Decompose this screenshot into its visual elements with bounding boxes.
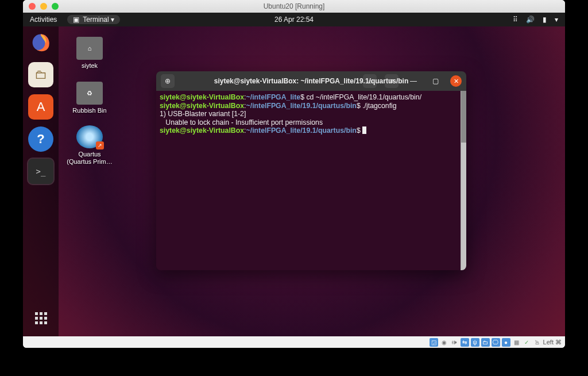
vm-window: Ubuntu20 [Running] Activities ▣ Terminal… — [23, 0, 565, 348]
terminal-search-button[interactable]: ⌕ — [363, 74, 377, 88]
mac-window-title: Ubuntu20 [Running] — [23, 2, 565, 10]
sb-shared-folder-icon[interactable]: 🗀 — [481, 338, 490, 347]
sb-optical-icon[interactable]: ◉ — [440, 338, 448, 347]
sb-network-icon[interactable]: ⇆ — [461, 338, 469, 347]
apps-grid-icon — [35, 312, 47, 324]
shopping-bag-icon: A — [37, 99, 45, 114]
terminal-menu-button[interactable]: ≡ — [385, 74, 399, 88]
terminal-scrollbar-thumb[interactable] — [461, 91, 466, 143]
dock-show-apps[interactable] — [28, 305, 53, 331]
desktop-icon-trash-label: Rubbish Bin — [67, 107, 113, 114]
terminal-icon: >_ — [36, 167, 46, 176]
desktop-icon-home-label: siytek — [67, 62, 113, 70]
shortcut-arrow-icon: ↗ — [96, 141, 104, 149]
folder-icon: 🗀 — [34, 67, 47, 82]
desktop-icon-trash[interactable]: ♻ Rubbish Bin — [67, 82, 113, 114]
app-menu-terminal[interactable]: ▣ Terminal ▾ — [67, 15, 120, 24]
sb-usb-icon[interactable]: ψ — [471, 338, 479, 347]
sb-display-icon[interactable]: 🖵 — [492, 338, 500, 347]
dock-help[interactable]: ? — [28, 126, 53, 152]
terminal-indicator-icon: ▣ — [73, 16, 79, 24]
sb-guest-additions-icon[interactable]: ✓ — [523, 338, 531, 347]
system-menu-chevron-icon[interactable]: ▾ — [555, 16, 558, 24]
dock-terminal[interactable]: >_ — [28, 159, 53, 184]
terminal-cursor — [362, 126, 366, 134]
terminal-maximize-button[interactable]: ▢ — [428, 74, 442, 88]
dock-files[interactable]: 🗀 — [28, 62, 53, 87]
dock-panel: 🗀 A ? >_ — [23, 26, 59, 336]
terminal-minimize-button[interactable]: — — [407, 74, 420, 88]
virtualbox-status-bar: ◲ ◉ 🕪 ⇆ ψ 🗀 🖵 ● ▦ ✓ 🖯 Left ⌘ — [23, 336, 565, 348]
gnome-top-bar: Activities ▣ Terminal ▾ 26 Apr 22:54 ⠿ 🔊… — [23, 13, 565, 26]
desktop-icon-home[interactable]: ⌂ siytek — [67, 37, 113, 70]
activities-button[interactable]: Activities — [30, 16, 57, 24]
terminal-new-tab-button[interactable]: ⊕ — [161, 74, 175, 88]
sb-host-key-label: Left ⌘ — [543, 339, 562, 346]
mac-titlebar[interactable]: Ubuntu20 [Running] — [23, 0, 565, 13]
help-icon: ? — [37, 132, 44, 147]
quartus-icon: ↗ — [76, 125, 103, 148]
sb-cpu-icon[interactable]: ▦ — [512, 338, 521, 347]
sb-audio-icon[interactable]: 🕪 — [450, 338, 459, 347]
battery-icon[interactable]: ▮ — [543, 16, 547, 24]
sb-mouse-icon[interactable]: 🖯 — [533, 338, 541, 347]
firefox-icon — [30, 32, 51, 53]
terminal-scrollbar[interactable] — [461, 91, 466, 270]
network-icon[interactable]: ⠿ — [513, 16, 518, 24]
dock-firefox[interactable] — [28, 30, 53, 55]
recycle-bin-icon: ♻ — [76, 82, 103, 105]
terminal-window[interactable]: ⊕ siytek@siytek-VirtualBox: ~/intelFPGA_… — [156, 71, 466, 270]
desktop-icon-quartus-label: Quartus (Quartus Prim… — [67, 151, 113, 166]
app-menu-label: Terminal ▾ — [83, 16, 114, 24]
terminal-output[interactable]: siytek@siytek-VirtualBox:~/intelFPGA_lit… — [156, 91, 466, 270]
volume-icon[interactable]: 🔊 — [526, 16, 535, 24]
desktop-icon-quartus[interactable]: ↗ Quartus (Quartus Prim… — [67, 125, 113, 166]
home-folder-icon: ⌂ — [76, 37, 103, 60]
desktop-area[interactable]: 🗀 A ? >_ ⌂ siytek ♻ Rubbish Bin — [23, 26, 565, 336]
terminal-close-button[interactable]: ✕ — [450, 75, 462, 87]
sb-disk-icon[interactable]: ◲ — [430, 338, 438, 347]
dock-software[interactable]: A — [28, 94, 53, 120]
terminal-header[interactable]: ⊕ siytek@siytek-VirtualBox: ~/intelFPGA_… — [156, 71, 466, 91]
sb-recording-icon[interactable]: ● — [502, 338, 510, 347]
